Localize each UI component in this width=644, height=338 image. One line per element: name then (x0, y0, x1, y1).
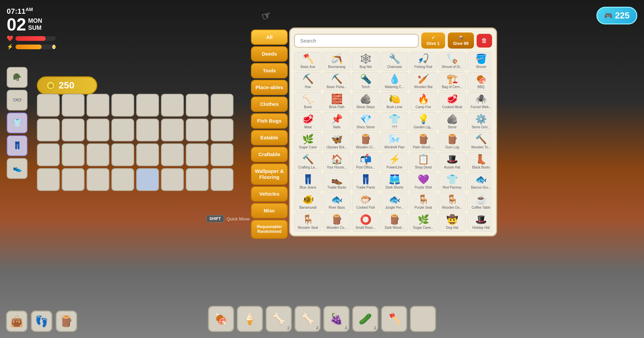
item-cell[interactable]: 💧 Watering C... (381, 72, 408, 91)
hotbar-slot-2[interactable]: 🦴 3 (266, 306, 292, 332)
grid-slot-14[interactable] (186, 119, 209, 141)
cat-deeds[interactable]: Deeds (251, 46, 288, 62)
grid-slot-30[interactable] (186, 168, 209, 191)
cat-requestable[interactable]: Requestable/ Randomised (251, 220, 288, 239)
equip-slot-shirt[interactable]: 👕 (7, 113, 28, 133)
hotbar-slot-3[interactable]: 🦴 3 (294, 306, 321, 332)
cat-clothes[interactable]: Clothes (251, 96, 288, 112)
item-cell[interactable]: ⛏️ Hoe (294, 72, 322, 91)
grid-slot-10[interactable] (87, 119, 109, 141)
item-cell[interactable]: 🪨 Stone Steps (352, 92, 379, 111)
grid-slot-24[interactable] (37, 168, 60, 191)
grid-slot-16[interactable] (37, 143, 60, 166)
item-cell[interactable]: 🔨 Crafting La... (294, 152, 322, 171)
item-cell[interactable]: 💡 Garden Lig... (410, 112, 437, 131)
cat-craftable[interactable]: Craftable (251, 147, 288, 162)
grid-slot-25[interactable] (62, 168, 85, 191)
item-cell[interactable]: ⛏️ Basic Picka... (323, 72, 351, 91)
equip-slot-feet[interactable]: 👟 (7, 158, 28, 179)
item-cell[interactable]: 📬 Post Office... (352, 152, 379, 171)
item-cell[interactable]: 🌿 Sugar Cane... (410, 213, 437, 231)
action-feet[interactable]: 👣 (31, 311, 52, 332)
hotbar-slot-7[interactable] (410, 306, 436, 332)
grid-slot-31[interactable] (211, 168, 233, 191)
item-cell[interactable]: 🩳 Dark Shorts (381, 173, 408, 191)
item-cell[interactable]: 👖 Tradie Pants (352, 173, 379, 191)
hotbar-slot-4[interactable]: 🍇 6 (323, 306, 350, 332)
item-cell[interactable]: 🔦 Torch (352, 72, 379, 91)
item-cell[interactable]: 🍖 BBQ (467, 72, 492, 91)
item-cell[interactable]: ⚡ PowerLine (381, 152, 408, 171)
item-cell[interactable]: 🐟 Jungle Per... (381, 193, 408, 211)
grid-slot-8[interactable] (37, 119, 60, 141)
equip-slot-pants[interactable]: 👖 (7, 135, 28, 156)
grid-slot-3[interactable] (111, 94, 134, 117)
grid-slot-9[interactable] (62, 119, 85, 141)
item-cell[interactable]: 🎣 Fishing Rod (410, 52, 437, 71)
grid-slot-17[interactable] (62, 143, 85, 166)
search-input[interactable] (294, 34, 419, 48)
item-cell[interactable]: 🪨 Stone (438, 112, 466, 131)
item-cell[interactable]: 🪃 Boomerang (323, 52, 351, 71)
grid-slot-4[interactable] (136, 94, 159, 117)
item-cell[interactable]: 💜 Purple Shirt (410, 173, 437, 191)
grid-slot-2[interactable] (87, 94, 109, 117)
item-cell[interactable]: 🔨 Wooden To... (467, 132, 492, 151)
action-chest[interactable]: 🪵 (56, 311, 77, 332)
item-cell[interactable]: 🔥 Camp Fire (410, 92, 437, 111)
item-cell[interactable]: 🪵 Palm Wood ... (410, 132, 437, 151)
grid-slot-1[interactable] (62, 94, 85, 117)
cat-misc[interactable]: Misc (251, 203, 288, 218)
item-cell[interactable]: 🐟 Barcoo Gru... (467, 173, 492, 191)
item-cell[interactable]: 🪓 Basic Axe (294, 52, 322, 71)
grid-slot-20[interactable] (136, 143, 159, 166)
grid-slot-21[interactable] (161, 143, 184, 166)
item-cell[interactable]: 🕸️ Bug Net (352, 52, 379, 71)
equip-slot-face[interactable]: 👓 (7, 90, 28, 111)
item-cell[interactable]: 🪑 Wooden Do... (438, 193, 466, 211)
item-cell[interactable]: 🎩 Aussie Hat (438, 152, 466, 171)
item-cell[interactable]: 👕 Red Flanney (438, 173, 466, 191)
grid-slot-19[interactable] (111, 143, 134, 166)
grid-slot-22[interactable] (186, 143, 209, 166)
hotbar-slot-6[interactable]: 🪓 (381, 306, 407, 332)
item-cell[interactable]: ⭕ Small Roun... (352, 213, 379, 231)
item-cell[interactable]: 🏠 Your House... (323, 152, 351, 171)
item-cell[interactable]: 🎩 Holiday Hat (467, 213, 492, 231)
item-cell[interactable]: 🦴 Bone (294, 92, 322, 111)
grid-slot-28[interactable] (136, 168, 159, 191)
item-cell[interactable]: 🦋 Ulysses But... (323, 132, 351, 151)
item-cell[interactable]: 🔧 Chainsaw (381, 52, 408, 71)
item-cell[interactable]: 🍋 Bush Lime (381, 92, 408, 111)
item-cell[interactable]: 🪣 Shovel (467, 52, 492, 71)
equip-slot-head[interactable]: 🪖 (7, 67, 28, 88)
item-cell[interactable]: 🌬️ Windmill Plan (381, 132, 408, 151)
item-cell[interactable]: 📋 Shop Deed (410, 152, 437, 171)
hotbar-slot-5[interactable]: 🥒 3 (352, 306, 378, 332)
grid-slot-26[interactable] (87, 168, 109, 191)
item-cell[interactable]: 🏏 Wooden Bat (410, 72, 437, 91)
item-cell[interactable]: ☕ Coffee Table (467, 193, 492, 211)
grid-slot-6[interactable] (186, 94, 209, 117)
item-cell[interactable]: 👞 Tradie Boots (323, 173, 351, 191)
item-cell[interactable]: 💎 Shiny Stone (352, 112, 379, 131)
item-cell[interactable]: 🐠 Barramundi (294, 193, 322, 211)
item-cell[interactable]: ⚙️ Stone Grin... (467, 112, 492, 131)
item-cell[interactable]: 🌿 Sugar Cane (294, 132, 322, 151)
give99-button[interactable]: 📦 Give 99 (448, 32, 474, 49)
item-cell[interactable]: 🪑 Wooden Seat (294, 213, 322, 231)
hotbar-slot-0[interactable]: 🍖 (208, 306, 234, 332)
grid-slot-13[interactable] (161, 119, 184, 141)
item-cell[interactable]: 🪑 Purple Seat (410, 193, 437, 211)
grid-slot-0[interactable] (37, 94, 60, 117)
cat-fishbugs[interactable]: Fish Bugs (251, 113, 288, 129)
item-cell[interactable]: 🪵 Wooden Cr... (352, 132, 379, 151)
grid-slot-27[interactable] (111, 168, 134, 191)
grid-slot-15[interactable] (211, 119, 233, 141)
grid-slot-11[interactable] (111, 119, 134, 141)
grid-slot-5[interactable] (161, 94, 184, 117)
grid-slot-18[interactable] (87, 143, 109, 166)
grid-slot-29[interactable] (161, 168, 184, 191)
hotbar-slot-1[interactable]: 🍦 (237, 306, 263, 332)
item-cell[interactable]: 🧱 Brick Path (323, 92, 351, 111)
